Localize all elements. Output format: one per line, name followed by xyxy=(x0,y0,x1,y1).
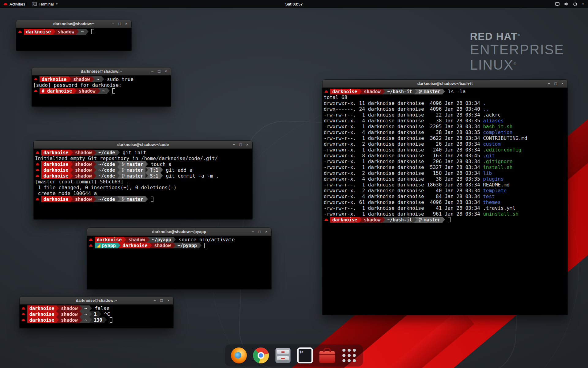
output-text: 1 file changed, 0 insertions(+), 0 delet… xyxy=(35,185,176,190)
window-titlebar[interactable]: darknoise@shadow:~/bash-it−□× xyxy=(322,80,567,88)
minimize-button[interactable]: − xyxy=(251,228,255,236)
prompt-segment-host: shadow xyxy=(73,161,94,167)
directory-name: .. xyxy=(483,106,489,112)
powerline-arrow xyxy=(414,89,417,94)
prompt-segment-host: shadow xyxy=(55,29,76,35)
maximize-button[interactable]: □ xyxy=(117,20,122,28)
directory-name: test xyxy=(483,194,495,199)
window-titlebar[interactable]: darknoise@shadow:~/code−□× xyxy=(34,141,252,149)
powerline-arrow xyxy=(107,88,110,94)
chrome-icon[interactable] xyxy=(253,347,269,364)
powerline-arrow xyxy=(86,29,89,35)
maximize-button[interactable]: □ xyxy=(157,67,161,75)
volume-icon xyxy=(564,2,569,6)
prompt-line: darknoiseshadow~/bash-itmaster ls -la xyxy=(324,89,566,94)
output-line: [sudo] password for darknoise: xyxy=(33,82,170,88)
executable-name: .gitignore xyxy=(483,159,512,164)
command-text: ^C xyxy=(101,311,110,317)
terminal-content[interactable]: darknoiseshadow~/pyapp source bin/activa… xyxy=(87,236,271,289)
minimize-button[interactable]: − xyxy=(150,67,155,75)
maximize-button[interactable]: □ xyxy=(257,228,262,236)
minimize-button[interactable]: − xyxy=(111,20,115,28)
output-text: drwxrwxr-x. 2 darknoise darknoise 40 Jan… xyxy=(324,188,483,194)
app-menu-terminal[interactable]: Terminal ▾ xyxy=(28,0,61,8)
terminal-content[interactable]: darknoiseshadow~ sudo true[sudo] passwor… xyxy=(32,75,171,106)
powerline-arrow xyxy=(70,167,73,173)
prompt-segment-path: ~ xyxy=(82,305,89,311)
terminal-icon[interactable]: $> xyxy=(297,347,313,364)
activities-button[interactable]: Activities xyxy=(0,0,28,8)
terminal-content[interactable]: darknoiseshadow~/bash-itmaster ls -latot… xyxy=(322,88,567,315)
minimize-button[interactable]: − xyxy=(547,80,551,88)
output-text: drwxrwxr-x. 8 darknoise darknoise 163 Ja… xyxy=(324,153,483,159)
output-line: drwxrwxr-x. 11 darknoise darknoise 4096 … xyxy=(324,100,566,106)
toolbox-icon[interactable] xyxy=(319,347,335,364)
display-icon xyxy=(555,2,560,6)
maximize-button[interactable]: □ xyxy=(553,80,558,88)
terminal-window: darknoise@shadow:~/pyapp−□×darknoiseshad… xyxy=(87,228,271,289)
output-line: drwxrwxr-x. 2 darknoise darknoise 26 Jan… xyxy=(324,141,566,147)
close-button[interactable]: × xyxy=(124,20,129,28)
output-line: -rwxrwxr-x. 1 darknoise darknoise 240 Ja… xyxy=(324,147,566,153)
redhat-icon xyxy=(36,167,40,173)
powerline-arrow xyxy=(145,167,148,173)
powerline-arrow xyxy=(117,167,120,173)
minimize-button[interactable]: − xyxy=(232,141,236,149)
firefox-icon[interactable] xyxy=(231,347,247,364)
powerline-arrow xyxy=(53,29,55,35)
prompt-segment-user: darknoise xyxy=(27,305,56,311)
maximize-button[interactable]: □ xyxy=(159,297,164,305)
powerline-arrow xyxy=(69,76,71,82)
rhel-branding: RED HAT® ENTERPRISE LINUX® xyxy=(470,31,564,72)
output-text: -rwxrwxr-x. 1 darknoise darknoise 961 Ja… xyxy=(324,211,483,217)
prompt-segment-host: shadow xyxy=(362,217,383,223)
prompt-segment-path: ~/bash-it xyxy=(385,89,414,94)
prompt-segment-exit: 1 xyxy=(92,311,99,317)
redhat-icon xyxy=(89,243,93,248)
output-text: [sudo] password for darknoise: xyxy=(33,82,122,88)
prompt-segment-git: master xyxy=(417,89,443,94)
prompt-segment-path: ~/pyapp xyxy=(149,237,173,243)
close-button[interactable]: × xyxy=(264,228,269,236)
prompt-segment-host: shadow xyxy=(73,196,94,202)
maximize-button[interactable]: □ xyxy=(238,141,243,149)
directory-name: .git xyxy=(483,153,495,159)
prompt-segment-host: shadow xyxy=(73,173,94,179)
activities-label: Activities xyxy=(9,2,25,6)
close-button[interactable]: × xyxy=(166,297,171,305)
window-titlebar[interactable]: darknoise@shadow:~−□× xyxy=(16,20,131,28)
window-titlebar[interactable]: darknoise@shadow:~−□× xyxy=(32,67,171,75)
prompt-segment-user: darknoise xyxy=(27,311,56,317)
close-button[interactable]: × xyxy=(164,67,168,75)
window-titlebar[interactable]: darknoise@shadow:~−□× xyxy=(20,297,173,305)
window-title: darknoise@shadow:~/pyapp xyxy=(110,229,249,234)
window-titlebar[interactable]: darknoise@shadow:~/pyapp−□× xyxy=(87,228,271,236)
prompt-segment-venv: pyapp xyxy=(95,243,118,248)
terminal-cursor xyxy=(448,217,450,222)
minimize-button[interactable]: − xyxy=(153,297,157,305)
output-text: -rw-rw-r--. 1 darknoise darknoise 18630 … xyxy=(324,182,483,188)
powerline-arrow xyxy=(149,243,152,248)
python-icon xyxy=(97,244,100,247)
directory-name: themes xyxy=(483,199,501,205)
close-button[interactable]: × xyxy=(560,80,565,88)
directory-name: custom xyxy=(483,141,501,147)
prompt-segment-user: darknoise xyxy=(24,29,53,35)
file-manager-icon[interactable] xyxy=(275,347,291,364)
terminal-content[interactable]: darknoiseshadow~ xyxy=(16,28,131,51)
system-menu[interactable]: ▾ xyxy=(555,2,588,6)
output-line: -rwxrwxr-x. 1 darknoise darknoise 961 Ja… xyxy=(324,211,566,217)
prompt-line: darknoiseshadow~/pyapp source bin/activa… xyxy=(88,237,270,243)
clock[interactable]: Sat 03:57 xyxy=(285,2,303,6)
show-applications-icon[interactable] xyxy=(341,347,357,364)
branding-linux: LINUX® xyxy=(470,57,564,73)
terminal-content[interactable]: darknoiseshadow~ falsedarknoiseshadow~1 … xyxy=(20,305,173,328)
prompt-segment-user: darknoise xyxy=(40,76,69,82)
terminal-content[interactable]: darknoiseshadow~/code git initInitialize… xyxy=(34,149,252,219)
close-button[interactable]: × xyxy=(245,141,250,149)
app-menu-label: Terminal xyxy=(39,2,54,6)
powerline-arrow xyxy=(173,237,176,243)
terminal-cursor xyxy=(112,88,115,94)
command-text: false xyxy=(92,305,110,311)
window-title: darknoise@shadow:~ xyxy=(39,21,109,26)
